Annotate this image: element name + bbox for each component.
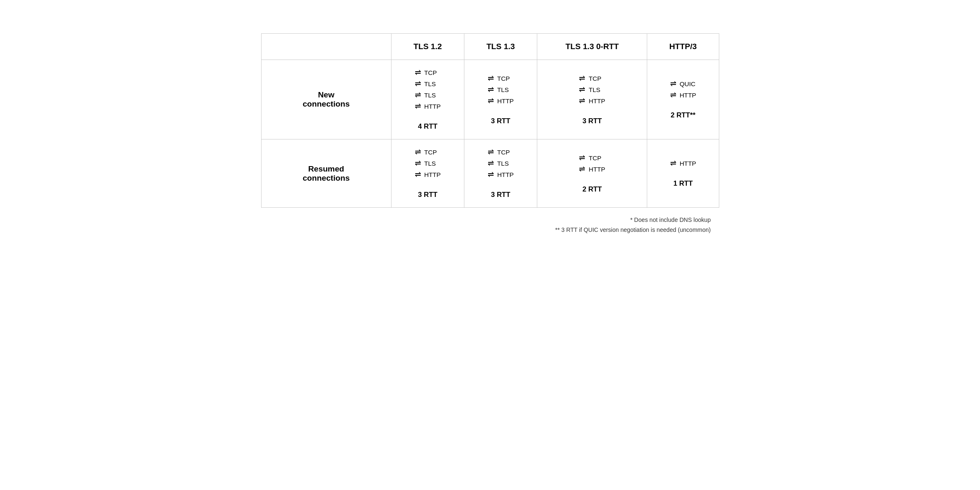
cell-r0-c1: ⇌TCP⇌TLS⇌HTTP3 RTT (464, 60, 537, 139)
rtt-r1-c1: 3 RTT (491, 191, 511, 199)
step-tls: ⇌TLS (488, 159, 509, 168)
row-label-1: Resumedconnections (261, 139, 391, 208)
header-col-2: TLS 1.3 (464, 34, 537, 60)
step-quic: ⇌QUIC (670, 80, 696, 88)
step-tcp: ⇌TCP (488, 148, 510, 157)
cell-r0-c3: ⇌QUIC⇌HTTP2 RTT** (647, 60, 719, 139)
header-col-1: TLS 1.2 (391, 34, 464, 60)
body-row-1: Resumedconnections⇌TCP⇌TLS⇌HTTP3 RTT⇌TCP… (261, 139, 719, 208)
step-http: ⇌HTTP (579, 97, 605, 105)
rtt-r1-c2: 2 RTT (582, 185, 602, 194)
page-container: TLS 1.2TLS 1.3TLS 1.3 0-RTTHTTP/3 Newcon… (261, 17, 719, 235)
comparison-table: TLS 1.2TLS 1.3TLS 1.3 0-RTTHTTP/3 Newcon… (261, 33, 719, 208)
step-tcp: ⇌TCP (579, 74, 601, 83)
step-tls: ⇌TLS (415, 159, 436, 168)
step-http: ⇌HTTP (415, 102, 441, 111)
step-tcp: ⇌TCP (488, 74, 510, 83)
step-http: ⇌HTTP (488, 170, 514, 179)
cell-r0-c2: ⇌TCP⇌TLS⇌HTTP3 RTT (537, 60, 647, 139)
cell-r1-c3: ⇌HTTP1 RTT (647, 139, 719, 208)
rtt-r0-c3: 2 RTT** (671, 111, 696, 119)
step-tls: ⇌TLS (579, 85, 600, 94)
step-http: ⇌HTTP (670, 159, 696, 168)
cell-r1-c2: ⇌TCP⇌HTTP2 RTT (537, 139, 647, 208)
cell-r1-c0: ⇌TCP⇌TLS⇌HTTP3 RTT (391, 139, 464, 208)
rtt-r0-c2: 3 RTT (582, 117, 602, 125)
rtt-r0-c1: 3 RTT (491, 117, 511, 125)
header-row: TLS 1.2TLS 1.3TLS 1.3 0-RTTHTTP/3 (261, 34, 719, 60)
step-tcp: ⇌TCP (579, 154, 601, 162)
cell-r0-c0: ⇌TCP⇌TLS⇌TLS⇌HTTP4 RTT (391, 60, 464, 139)
header-col-4: HTTP/3 (647, 34, 719, 60)
step-http: ⇌HTTP (670, 91, 696, 99)
rtt-r1-c3: 1 RTT (673, 179, 693, 188)
header-empty (261, 34, 391, 60)
step-http: ⇌HTTP (488, 97, 514, 105)
step-tls: ⇌TLS (415, 80, 436, 88)
cell-r1-c1: ⇌TCP⇌TLS⇌HTTP3 RTT (464, 139, 537, 208)
rtt-r0-c0: 4 RTT (418, 122, 438, 131)
step-http: ⇌HTTP (579, 165, 605, 174)
step-tcp: ⇌TCP (415, 68, 437, 77)
step-tls: ⇌TLS (488, 85, 509, 94)
rtt-r1-c0: 3 RTT (418, 191, 438, 199)
header-col-3: TLS 1.3 0-RTT (537, 34, 647, 60)
row-label-0: Newconnections (261, 60, 391, 139)
step-tls: ⇌TLS (415, 91, 436, 99)
footnote-item: ** 3 RTT if QUIC version negotiation is … (261, 225, 711, 235)
step-tcp: ⇌TCP (415, 148, 437, 157)
footnotes: * Does not include DNS lookup** 3 RTT if… (261, 215, 719, 235)
step-http: ⇌HTTP (415, 170, 441, 179)
body-row-0: Newconnections⇌TCP⇌TLS⇌TLS⇌HTTP4 RTT⇌TCP… (261, 60, 719, 139)
footnote-item: * Does not include DNS lookup (261, 215, 711, 225)
